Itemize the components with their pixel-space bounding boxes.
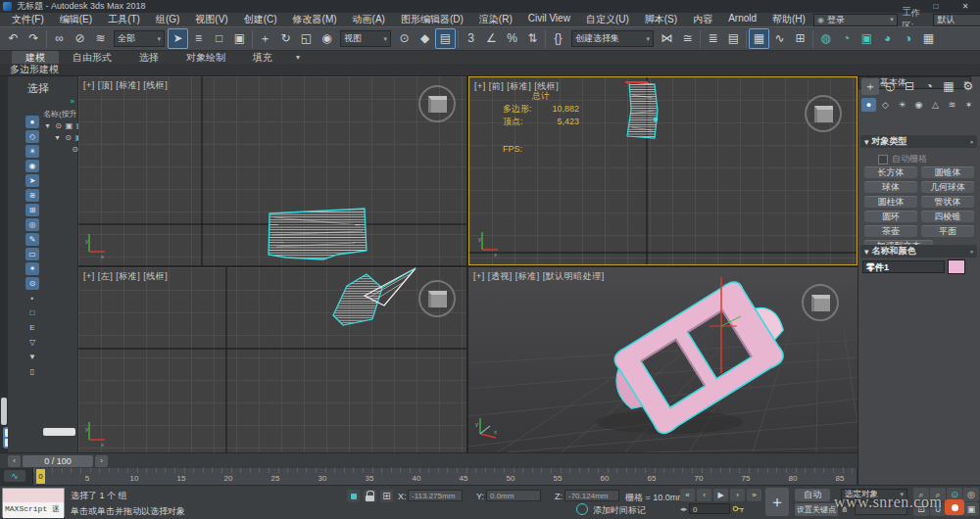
- ribbon-tab-选择[interactable]: 选择: [125, 51, 172, 64]
- viewcube[interactable]: [805, 95, 842, 132]
- cat-helpers-icon[interactable]: △: [928, 98, 943, 112]
- previous-frame-button[interactable]: ‹: [697, 489, 711, 501]
- perspective-scene[interactable]: [468, 267, 858, 452]
- menu-item-内容[interactable]: 内容: [685, 13, 720, 26]
- maxscript-mini-listener[interactable]: MAXScript 迷: [2, 488, 65, 517]
- cat-lights-icon[interactable]: ☀: [895, 98, 909, 112]
- z-coordinate-field[interactable]: -70.124mm: [564, 490, 619, 501]
- x-coordinate-field[interactable]: -113.275mm: [408, 490, 463, 501]
- render-production-icon[interactable]: ◕: [877, 28, 898, 49]
- tab-create-icon[interactable]: ＋: [861, 78, 879, 95]
- ribbon-panel-label[interactable]: 多边形建模: [10, 63, 59, 76]
- menu-item-视图(V)[interactable]: 视图(V): [187, 13, 235, 26]
- layer-explorer-toggle-icon[interactable]: ▤: [723, 28, 744, 49]
- key-icon[interactable]: [732, 504, 746, 513]
- rect-selection-region-icon[interactable]: □: [209, 28, 229, 49]
- listener-pane[interactable]: MAXScript 迷: [3, 502, 64, 518]
- display-geometry-icon[interactable]: ●: [25, 116, 39, 128]
- redo-icon[interactable]: ↷: [24, 28, 44, 49]
- object-type-rollout[interactable]: ▾ 对象类型 ▪: [860, 135, 977, 148]
- named-selection-sets-dropdown[interactable]: 创建选择集▾: [571, 30, 654, 47]
- name-color-rollout[interactable]: ▾ 名称和颜色 ▪: [860, 245, 977, 258]
- menu-item-渲染(R)[interactable]: 渲染(R): [471, 13, 520, 26]
- align-icon[interactable]: ≅: [677, 28, 698, 49]
- viewport-top-label[interactable]: [+] [顶] [标准] [线框]: [83, 79, 168, 92]
- primitive-button-长方体[interactable]: 长方体: [864, 166, 917, 178]
- play-button[interactable]: ▶: [713, 489, 728, 501]
- tab-modify-icon[interactable]: ◵: [881, 78, 899, 95]
- auto-key-button[interactable]: 自动: [795, 489, 830, 501]
- viewcube[interactable]: [418, 280, 456, 317]
- menu-item-文件(F)[interactable]: 文件(F): [4, 13, 52, 26]
- maximize-viewport-button[interactable]: ▣: [963, 502, 979, 516]
- edit-named-sets-icon[interactable]: {}: [548, 28, 568, 49]
- viewcube[interactable]: [418, 85, 456, 122]
- primitive-button-茶壶[interactable]: 茶壶: [864, 225, 917, 237]
- viewport-front-active[interactable]: [+] [前] [标准] [线框] 总计 多边形:10,882 顶点:5,423…: [468, 76, 858, 265]
- viewport-perspective[interactable]: [+] [透视] [标准] [默认明暗处理]: [468, 267, 858, 452]
- group-node-icon[interactable]: ▣: [65, 121, 74, 130]
- object-color-swatch[interactable]: [948, 260, 965, 274]
- selection-filter-dropdown[interactable]: 全部▾: [114, 30, 165, 47]
- go-to-start-button[interactable]: «: [680, 489, 695, 501]
- expand-arrow-icon[interactable]: ▾: [43, 121, 52, 130]
- absolute-offset-toggle[interactable]: ⊞: [380, 490, 393, 502]
- mirror-icon[interactable]: ⋈: [657, 28, 677, 49]
- display-shapes-icon[interactable]: ◇: [25, 130, 39, 143]
- display-hidden-icon[interactable]: □: [25, 307, 39, 319]
- bind-spacewarp-icon[interactable]: ≋: [90, 28, 111, 49]
- isolate-selection-toggle[interactable]: [347, 490, 360, 502]
- keyboard-override-icon[interactable]: ▤: [435, 28, 456, 49]
- next-key-button[interactable]: ›: [95, 455, 108, 467]
- reference-coordinate-dropdown[interactable]: 视图▾: [340, 30, 391, 47]
- display-visibility-icon[interactable]: ⊙: [25, 277, 39, 290]
- dope-sheet-icon[interactable]: ⊞: [790, 28, 810, 49]
- menu-item-组(G)[interactable]: 组(G): [148, 13, 187, 26]
- ribbon-tab-填充[interactable]: 填充: [239, 51, 286, 64]
- login-dropdown[interactable]: ◉ 登录 ▾: [813, 14, 898, 26]
- cat-cameras-icon[interactable]: ◉: [911, 98, 926, 112]
- previous-key-button[interactable]: ‹: [8, 455, 21, 467]
- menu-item-Civil View[interactable]: Civil View: [520, 13, 578, 26]
- menu-item-图形编辑器(D)[interactable]: 图形编辑器(D): [393, 13, 471, 26]
- material-editor-icon[interactable]: ◍: [815, 28, 836, 49]
- primitive-button-平面[interactable]: 平面: [921, 225, 974, 237]
- next-frame-button[interactable]: ›: [730, 489, 745, 501]
- display-bones-icon[interactable]: ✎: [25, 233, 39, 246]
- primitive-button-几何球体[interactable]: 几何球体: [921, 181, 974, 193]
- object-name-field[interactable]: 零件1: [862, 260, 945, 273]
- display-spacewarps-icon[interactable]: ≋: [25, 189, 39, 202]
- use-pivot-center-icon[interactable]: ⊙: [394, 28, 415, 49]
- tab-hierarchy-icon[interactable]: ⊟: [901, 78, 918, 95]
- select-object-icon[interactable]: ➤: [168, 28, 188, 49]
- menu-item-脚本(S)[interactable]: 脚本(S): [637, 13, 685, 26]
- set-key-mode-button[interactable]: 设置关键点: [795, 503, 838, 516]
- display-xrefs-icon[interactable]: ◎: [25, 218, 39, 231]
- y-coordinate-field[interactable]: 0.0mm: [486, 490, 541, 501]
- render-flyout-icon[interactable]: ◑: [898, 28, 918, 49]
- display-cameras-icon[interactable]: ◉: [25, 160, 39, 172]
- timeline-ruler[interactable]: 0 510152025303540455055606570758085: [32, 468, 857, 485]
- angle-snap-icon[interactable]: ∠: [481, 28, 502, 49]
- menu-item-工具(T)[interactable]: 工具(T): [100, 13, 148, 26]
- zoom-extents-all-button[interactable]: ◎: [963, 488, 979, 501]
- curve-editor-icon[interactable]: ∿: [769, 28, 790, 49]
- container-icon[interactable]: ▯: [25, 365, 39, 378]
- display-containers-icon[interactable]: ▭: [25, 248, 39, 260]
- horizontal-scrollbar[interactable]: [43, 428, 75, 436]
- autogrid-checkbox[interactable]: [878, 155, 888, 165]
- spinner-snap-icon[interactable]: ⇅: [522, 28, 543, 49]
- window-crossing-icon[interactable]: ▣: [229, 28, 250, 49]
- menu-item-帮助(H)[interactable]: 帮助(H): [764, 13, 813, 26]
- spinner-icon[interactable]: ◂▸: [680, 505, 687, 513]
- set-keys-button[interactable]: ＋: [765, 488, 789, 516]
- rendered-frame-window-icon[interactable]: ▣: [857, 28, 877, 49]
- viewport-perspective-label[interactable]: [+] [透视] [标准] [默认明暗处理]: [473, 270, 605, 283]
- scene-explorer-toggle-icon[interactable]: ≣: [703, 28, 723, 49]
- ribbon-tab-自由形式[interactable]: 自由形式: [59, 51, 125, 64]
- tab-motion-icon[interactable]: ◔: [920, 78, 938, 95]
- macro-recorder-pane[interactable]: [3, 489, 64, 502]
- cat-spacewarps-icon[interactable]: ≋: [945, 98, 959, 112]
- current-frame-marker[interactable]: 0: [36, 469, 45, 484]
- cat-shapes-icon[interactable]: ◇: [878, 98, 893, 112]
